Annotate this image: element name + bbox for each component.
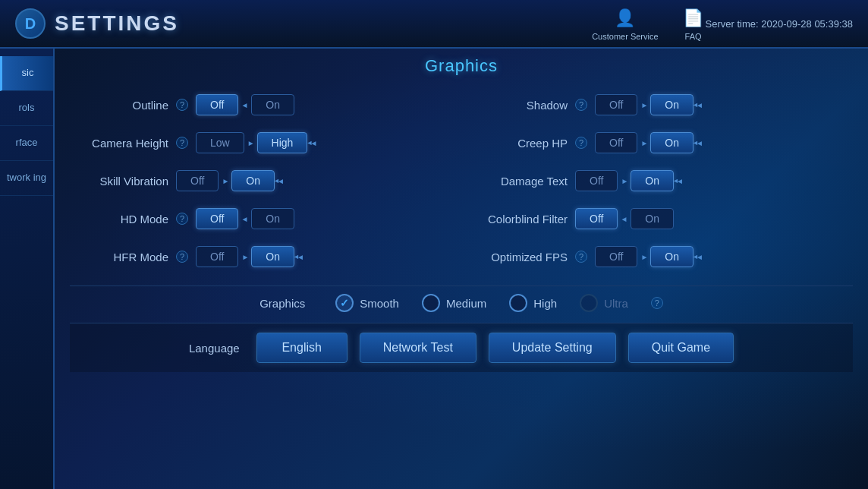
outline-label: Outline (70, 99, 168, 112)
skill-vibration-label: Skill Vibration (70, 175, 168, 188)
optimized-fps-help[interactable]: ? (575, 251, 587, 263)
setting-colorblind-filter: Colorblind Filter Off ◄ On (469, 203, 853, 234)
hfr-mode-label: HFR Mode (70, 251, 168, 263)
shadow-label: Shadow (469, 99, 568, 112)
logo-text: D (25, 15, 36, 33)
setting-optimized-fps: Optimized FPS ? Off ► On ◄ (469, 241, 853, 272)
creep-hp-off-button[interactable]: Off (595, 132, 637, 153)
hd-mode-label: HD Mode (70, 213, 168, 226)
outline-off-button[interactable]: Off (196, 94, 238, 115)
page-title: SETTINGS (55, 11, 592, 36)
colorblind-toggle-group: Off ◄ On (575, 208, 674, 229)
hfr-mode-help[interactable]: ? (176, 251, 188, 263)
nav-faq[interactable]: 📄 FAQ (681, 6, 706, 41)
language-button[interactable]: English (256, 333, 348, 363)
sidebar-item-basic[interactable]: sic (0, 56, 53, 91)
update-setting-button[interactable]: Update Setting (489, 333, 616, 363)
setting-shadow: Shadow ? Off ► On ◄ (469, 90, 853, 120)
customer-service-icon: 👤 (613, 6, 637, 30)
colorblind-filter-label: Colorblind Filter (469, 213, 568, 226)
camera-high-button[interactable]: High (257, 132, 308, 153)
settings-grid: Outline ? Off ◄ On Shadow ? Off ► (70, 90, 853, 272)
colorblind-off-wrapper: Off ◄ (575, 208, 627, 229)
sidebar: sic rols rface twork ing (0, 49, 55, 489)
creep-hp-toggle-group: Off ► On ◄ (595, 132, 703, 153)
ultra-radio (580, 294, 598, 312)
quality-ultra: Ultra (580, 294, 628, 312)
hfr-mode-on-button[interactable]: On (251, 246, 294, 267)
setting-camera-height: Camera Height ? Low ► High ◄ (70, 128, 454, 158)
colorblind-on-button[interactable]: On (631, 208, 674, 229)
header-nav: 👤 Customer Service 📄 FAQ (592, 6, 705, 41)
camera-height-label: Camera Height (70, 137, 168, 150)
optimized-fps-on-button[interactable]: On (650, 246, 693, 267)
nav-customer-service[interactable]: 👤 Customer Service (592, 6, 658, 41)
customer-service-label: Customer Service (592, 32, 658, 41)
setting-hfr-mode: HFR Mode ? Off ► On ◄ (70, 241, 454, 272)
setting-hd-mode: HD Mode ? Off ◄ On (70, 203, 454, 234)
quit-game-button[interactable]: Quit Game (628, 333, 734, 363)
quality-high[interactable]: High (509, 294, 557, 312)
skill-vibration-off-button[interactable]: Off (176, 170, 219, 191)
creep-hp-label: Creep HP (469, 137, 568, 150)
camera-high-wrapper: ► High ◄ (247, 132, 318, 153)
sidebar-item-network[interactable]: twork ing (0, 161, 53, 196)
camera-toggle-group: Low ► High ◄ (196, 132, 317, 153)
creep-hp-on-button[interactable]: On (650, 132, 693, 153)
logo: D (15, 8, 46, 39)
damage-text-toggle-group: Off ► On ◄ (575, 170, 684, 191)
shadow-on-wrapper: ► On ◄ (640, 94, 703, 115)
skill-vibration-toggle-group: Off ► On ◄ (176, 170, 285, 191)
hfr-mode-off-button[interactable]: Off (196, 246, 238, 267)
hfr-mode-toggle-group: Off ► On ◄ (196, 246, 304, 267)
graphics-quality-label: Graphics (259, 297, 305, 310)
header: D SETTINGS 👤 Customer Service 📄 FAQ Serv… (0, 0, 868, 49)
outline-help[interactable]: ? (176, 99, 188, 111)
high-label: High (533, 297, 557, 310)
hd-mode-help[interactable]: ? (176, 213, 188, 225)
skill-vibration-on-wrapper: ► On ◄ (222, 170, 285, 191)
outline-off-wrapper: Off ◄ (196, 94, 248, 115)
content-area: Graphics Outline ? Off ◄ On Shadow ? (55, 49, 868, 489)
optimized-fps-label: Optimized FPS (469, 251, 568, 263)
optimized-fps-on-wrapper: ► On ◄ (640, 246, 703, 267)
medium-radio[interactable] (422, 294, 440, 312)
smooth-radio[interactable] (335, 294, 354, 312)
medium-label: Medium (446, 297, 486, 310)
shadow-on-button[interactable]: On (650, 94, 693, 115)
quality-smooth[interactable]: Smooth (335, 294, 399, 312)
sidebar-item-controls[interactable]: rols (0, 91, 53, 126)
shadow-off-button[interactable]: Off (595, 94, 637, 115)
ultra-label: Ultra (604, 297, 628, 310)
hd-mode-toggle-group: Off ◄ On (196, 208, 294, 229)
hd-mode-off-button[interactable]: Off (196, 208, 238, 229)
camera-low-button[interactable]: Low (196, 132, 244, 153)
section-title: Graphics (70, 56, 853, 76)
skill-vibration-on-button[interactable]: On (231, 170, 275, 191)
server-time: Server time: 2020-09-28 05:39:38 (706, 18, 853, 30)
high-radio[interactable] (509, 294, 527, 312)
bottom-bar: Language English Network Test Update Set… (70, 323, 853, 372)
main-layout: sic rols rface twork ing Graphics Outlin… (0, 49, 868, 489)
setting-outline: Outline ? Off ◄ On (70, 90, 454, 120)
damage-text-on-button[interactable]: On (631, 170, 674, 191)
hd-mode-on-button[interactable]: On (251, 208, 294, 229)
language-label: Language (189, 342, 240, 355)
shadow-on-arrow-left: ► (640, 101, 648, 109)
network-test-button[interactable]: Network Test (360, 333, 476, 363)
damage-text-off-button[interactable]: Off (575, 170, 618, 191)
damage-text-on-wrapper: ► On ◄ (621, 170, 684, 191)
outline-on-button[interactable]: On (251, 94, 294, 115)
graphics-quality-help[interactable]: ? (651, 297, 663, 309)
hd-mode-off-wrapper: Off ◄ (196, 208, 248, 229)
graphics-quality-row: Graphics Smooth Medium High Ultra ? (70, 286, 853, 323)
shadow-help[interactable]: ? (575, 99, 587, 111)
sidebar-item-interface[interactable]: rface (0, 126, 53, 161)
camera-height-help[interactable]: ? (176, 137, 188, 149)
creep-hp-help[interactable]: ? (575, 137, 587, 149)
faq-label: FAQ (685, 32, 702, 41)
optimized-fps-off-button[interactable]: Off (595, 246, 637, 267)
quality-medium[interactable]: Medium (422, 294, 486, 312)
colorblind-off-button[interactable]: Off (575, 208, 618, 229)
shadow-toggle-group: Off ► On ◄ (595, 94, 703, 115)
